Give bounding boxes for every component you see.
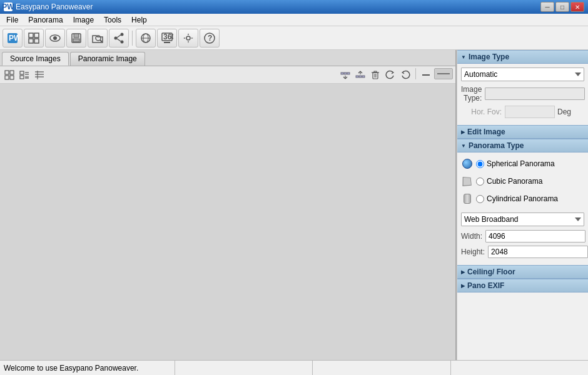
output-dropdown[interactable]: Web Broadband [461,212,584,226]
inner-toolbar-right [338,68,453,82]
svg-rect-23 [164,42,170,43]
svg-line-17 [117,39,121,41]
panorama-type-arrow: ▼ [461,143,466,149]
toolbar-grid-button[interactable] [24,29,44,48]
panorama-type-header[interactable]: ▼ Panorama Type [457,139,588,152]
edit-image-header[interactable]: ▶ Edit Image [457,125,588,139]
toolbar-stitch-button[interactable] [136,29,156,48]
maximize-button[interactable]: □ [555,2,569,12]
spherical-icon [461,158,474,170]
inner-import-button[interactable] [338,68,352,82]
image-type-label: Image Type: [461,85,485,102]
svg-rect-27 [5,71,9,74]
svg-text:?: ? [208,34,212,42]
toolbar-view-button[interactable] [45,29,65,48]
hor-fov-row: Hor. Fov: Deg [461,106,584,118]
svg-rect-30 [10,76,14,79]
inner-rotate-ccw-button[interactable] [398,68,412,82]
status-section-4 [451,361,588,375]
inner-export-button[interactable] [353,68,367,82]
svg-point-11 [96,36,101,41]
cubic-icon [461,175,474,188]
svg-rect-42 [344,72,347,74]
image-type-arrow: ▼ [461,54,466,60]
deg-unit: Deg [557,108,571,116]
stitch-icon [139,32,152,44]
hor-fov-input[interactable] [505,106,555,118]
cylindrical-row: Cylindrical Panorama [461,191,584,206]
svg-rect-41 [341,72,343,74]
menu-file[interactable]: File [1,14,23,26]
svg-rect-45 [356,76,358,78]
inner-expand-button[interactable] [434,68,453,79]
toolbar-open-button[interactable] [88,29,108,48]
svg-text:360°: 360° [163,32,173,41]
svg-rect-2 [29,33,33,38]
title-bar: PW Easypano Panoweaver ─ □ ✕ [0,0,588,14]
toolbar-pw-button[interactable]: PW [3,29,23,48]
toolbar-settings-button[interactable] [178,29,198,48]
svg-rect-9 [74,34,79,38]
app-title: Easypano Panoweaver [16,2,93,11]
pano-exif-header[interactable]: ▶ Pano EXIF [457,279,588,292]
ceiling-floor-arrow: ▶ [461,269,465,275]
height-input[interactable] [488,246,588,258]
inner-delete-button[interactable] [368,68,382,82]
menu-help[interactable]: Help [126,14,152,26]
inner-grid-view-button[interactable] [3,68,16,82]
width-label: Width: [461,232,485,241]
status-message: Welcome to use Easypano Panoweaver. [4,364,138,372]
tab-bar: Source Images Panoramic Image [0,50,455,66]
inner-line-button[interactable] [419,68,433,82]
title-bar-left: PW Easypano Panoweaver [4,2,93,11]
menu-image[interactable]: Image [68,14,99,26]
cylindrical-radio[interactable] [476,195,484,203]
menu-panorama[interactable]: Panorama [23,14,68,26]
share-icon [113,32,125,44]
toolbar-help-button[interactable]: ? [200,29,220,48]
eye-icon [49,32,61,44]
image-type-row: Image Type: [461,85,584,102]
settings-icon [182,32,195,44]
toolbar-publish-button[interactable]: 360° [157,29,177,48]
pw-icon: PW [6,32,19,44]
status-bar: Welcome to use Easypano Panoweaver. [0,360,588,375]
right-panel: ▼ Image Type Automatic Image Type: Hor. … [457,50,588,360]
image-type-content: Automatic Image Type: Hor. Fov: Deg [457,64,588,125]
inner-detail-view-button[interactable] [33,68,46,82]
tab-source-images[interactable]: Source Images [2,52,69,66]
cylindrical-label: Cylindrical Panorama [487,194,558,203]
image-type-dropdown[interactable]: Automatic [461,68,584,81]
cubic-radio[interactable] [476,178,484,186]
image-type-input[interactable] [485,88,585,100]
tab-panoramic-image[interactable]: Panoramic Image [70,52,145,66]
cubic-label: Cubic Panorama [487,177,542,186]
toolbar-save-button[interactable] [66,29,86,48]
help-icon: ? [203,32,216,44]
inner-list-view-button[interactable] [18,68,31,82]
close-button[interactable]: ✕ [570,2,584,12]
detail-icon [34,70,44,80]
pano-exif-title: Pano EXIF [467,281,504,290]
ceiling-floor-title: Ceiling/ Floor [467,268,515,276]
menu-tools[interactable]: Tools [99,14,126,26]
workspace [0,84,455,360]
ceiling-floor-header[interactable]: ▶ Ceiling/ Floor [457,265,588,279]
cylinder-shape [464,194,471,204]
svg-text:PW: PW [9,34,19,42]
inner-rotate-cw-button[interactable] [383,68,397,82]
width-input[interactable] [485,230,585,242]
left-panel: Source Images Panoramic Image [0,50,457,360]
svg-line-12 [100,40,102,42]
main-toolbar: PW [0,26,588,50]
panorama-type-content: Spherical Panorama Cubic Panorama Cylind… [457,152,588,265]
grid-small-icon [4,70,14,80]
minimize-button[interactable]: ─ [540,2,554,12]
open-icon [91,32,104,44]
sphere-shape [462,159,472,169]
toolbar-share-button[interactable] [109,29,129,48]
spherical-radio[interactable] [476,160,484,168]
image-type-header[interactable]: ▼ Image Type [457,50,588,64]
edit-image-title: Edit Image [467,128,505,136]
svg-point-7 [53,36,57,40]
